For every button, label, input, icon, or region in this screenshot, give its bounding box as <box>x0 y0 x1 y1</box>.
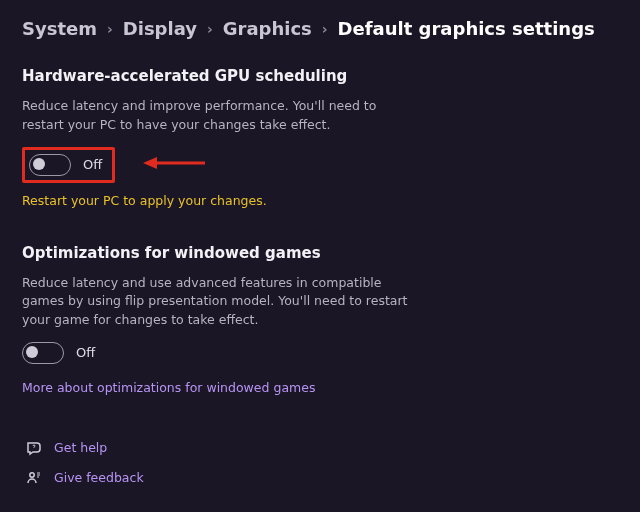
gpu-scheduling-description: Reduce latency and improve performance. … <box>22 97 412 135</box>
give-feedback-label: Give feedback <box>54 470 144 485</box>
give-feedback-link[interactable]: Give feedback <box>26 470 618 486</box>
get-help-link[interactable]: Get help <box>26 440 618 456</box>
svg-point-3 <box>30 473 34 477</box>
chevron-right-icon: › <box>207 21 213 37</box>
gpu-scheduling-toggle-label: Off <box>83 157 102 172</box>
windowed-games-title: Optimizations for windowed games <box>22 244 618 262</box>
footer-links: Get help Give feedback <box>22 440 618 486</box>
windowed-games-learn-more-link[interactable]: More about optimizations for windowed ga… <box>22 380 315 395</box>
windowed-games-toggle-label: Off <box>76 345 95 360</box>
annotation-arrow-icon <box>143 154 207 176</box>
help-icon <box>26 440 42 456</box>
windowed-games-toggle[interactable] <box>22 342 64 364</box>
breadcrumb-graphics[interactable]: Graphics <box>223 18 312 39</box>
toggle-knob-icon <box>33 158 45 170</box>
chevron-right-icon: › <box>107 21 113 37</box>
section-windowed-games: Optimizations for windowed games Reduce … <box>22 244 618 396</box>
breadcrumb-current: Default graphics settings <box>338 18 595 39</box>
get-help-label: Get help <box>54 440 107 455</box>
gpu-scheduling-title: Hardware-accelerated GPU scheduling <box>22 67 618 85</box>
gpu-scheduling-restart-warning: Restart your PC to apply your changes. <box>22 193 618 208</box>
section-gpu-scheduling: Hardware-accelerated GPU scheduling Redu… <box>22 67 618 208</box>
breadcrumb-display[interactable]: Display <box>123 18 197 39</box>
annotation-highlight-box: Off <box>22 147 115 183</box>
chevron-right-icon: › <box>322 21 328 37</box>
svg-marker-1 <box>143 157 157 169</box>
feedback-icon <box>26 470 42 486</box>
toggle-knob-icon <box>26 346 38 358</box>
breadcrumb: System › Display › Graphics › Default gr… <box>22 18 618 39</box>
windowed-games-description: Reduce latency and use advanced features… <box>22 274 412 330</box>
gpu-scheduling-toggle[interactable] <box>29 154 71 176</box>
breadcrumb-system[interactable]: System <box>22 18 97 39</box>
